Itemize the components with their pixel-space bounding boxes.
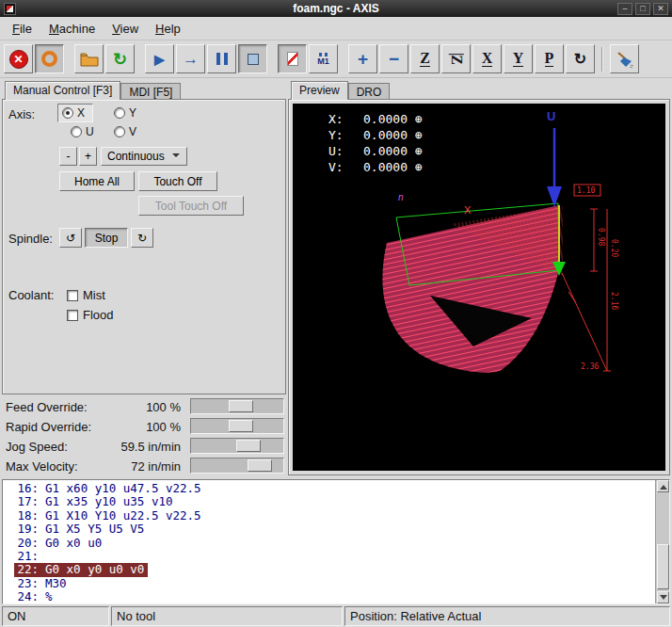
rapid-override-slider[interactable] xyxy=(190,418,284,434)
clear-plot-button[interactable] xyxy=(610,44,639,73)
zoom-out-icon: − xyxy=(389,50,399,68)
titlebar: foam.ngc - AXIS – □ ✕ xyxy=(0,0,672,17)
right-tabs: Preview DRO xyxy=(288,80,670,99)
axis-y-label: Y xyxy=(129,106,136,120)
menu-file-label: ile xyxy=(20,22,32,36)
zoom-out-button[interactable]: − xyxy=(379,44,408,73)
home-all-button[interactable]: Home All xyxy=(59,171,135,191)
gcode-line-number: 23: xyxy=(14,577,39,590)
jog-speed-slider[interactable] xyxy=(190,438,284,454)
pause-icon xyxy=(216,53,228,65)
spindle-ccw-button[interactable]: ↺ xyxy=(59,228,82,248)
zoom-in-button[interactable]: + xyxy=(348,44,377,73)
flood-checkbox[interactable]: Flood xyxy=(67,308,114,322)
slider-handle[interactable] xyxy=(229,420,253,432)
rotate-view-icon: ↻ xyxy=(574,52,586,67)
open-file-icon xyxy=(80,52,99,67)
run-button[interactable]: ▶ xyxy=(145,44,174,73)
gcode-line-active[interactable]: 22:G0 x0 y0 u0 v0 xyxy=(3,563,654,576)
axis-x-label: X xyxy=(77,106,85,120)
slider-handle[interactable] xyxy=(229,400,253,412)
menu-file[interactable]: File xyxy=(4,19,40,39)
stop-button[interactable] xyxy=(238,44,267,73)
gcode-line[interactable]: 17:G1 x35 y10 u35 v10 xyxy=(3,495,654,508)
machine-power-icon xyxy=(41,51,57,67)
gcode-line[interactable]: 16:G1 x60 y10 u47.5 v22.5 xyxy=(3,482,654,495)
position-mode-status: Position: Relative Actual xyxy=(344,606,670,626)
axis-radio-u[interactable]: U xyxy=(71,125,94,138)
touch-off-button[interactable]: Touch Off xyxy=(138,171,217,191)
spindle-stop-button[interactable]: Stop xyxy=(85,228,128,248)
left-tabs: Manual Control [F3] MDI [F5] xyxy=(2,80,286,99)
axis-u-label: U xyxy=(86,125,94,138)
mist-checkbox[interactable]: Mist xyxy=(67,288,105,302)
dro-axis-value: 0.0000 xyxy=(349,144,408,158)
skip-lines-button[interactable] xyxy=(278,44,307,73)
axis-radio-v[interactable]: V xyxy=(114,125,136,138)
u-axis-label: U xyxy=(547,109,555,123)
view-z-button[interactable]: Z xyxy=(410,44,440,73)
gcode-line[interactable]: 18:G1 X10 Y10 u22.5 v22.5 xyxy=(3,509,654,522)
optional-pause-icon: M1 xyxy=(317,53,329,66)
axis-label: Axis: xyxy=(8,107,35,121)
view-y-button[interactable]: Y xyxy=(504,44,533,73)
menu-help[interactable]: Help xyxy=(147,19,189,39)
gcode-line-text: % xyxy=(45,589,53,603)
scroll-up-icon[interactable] xyxy=(657,480,669,492)
view-perspective-icon: P xyxy=(545,51,554,67)
view-x-button[interactable]: X xyxy=(472,44,502,73)
menu-view[interactable]: View xyxy=(104,19,147,39)
gcode-line-number: 22: xyxy=(14,563,39,576)
optional-pause-button[interactable]: M1 xyxy=(309,44,338,73)
tab-preview[interactable]: Preview xyxy=(291,81,348,100)
tab-mdi[interactable]: MDI [F5] xyxy=(120,83,181,99)
jog-plus-button[interactable]: + xyxy=(79,147,97,166)
rotate-view-button[interactable]: ↻ xyxy=(566,44,595,73)
maximize-button[interactable]: □ xyxy=(635,3,650,15)
view-perspective-button[interactable]: P xyxy=(535,44,564,73)
feed-override-slider[interactable] xyxy=(190,398,284,414)
max-velocity-value: 72 in/min xyxy=(58,459,181,474)
dim-label: 0.98 xyxy=(597,228,605,246)
radio-indicator xyxy=(62,107,73,119)
gcode-scrollbar[interactable] xyxy=(655,480,669,603)
flood-label: Flood xyxy=(83,308,114,322)
gcode-lines: 16:G1 x60 y10 u47.5 v22.5 17:G1 x35 y10 … xyxy=(3,482,654,604)
slider-handle[interactable] xyxy=(248,459,272,472)
estop-button[interactable]: ✕ xyxy=(4,44,33,73)
close-button[interactable]: ✕ xyxy=(653,3,668,15)
gcode-line[interactable]: 23:M30 xyxy=(3,577,654,590)
scrollbar-thumb[interactable] xyxy=(657,544,669,589)
pause-button[interactable] xyxy=(207,44,236,73)
slider-handle[interactable] xyxy=(236,440,261,452)
view-z-rotated-button[interactable]: Z xyxy=(441,44,471,73)
spindle-cw-button[interactable]: ↻ xyxy=(131,228,153,248)
stop-icon xyxy=(248,54,259,65)
gcode-line[interactable]: 20:G0 x0 u0 xyxy=(3,537,654,550)
axis-radio-y[interactable]: Y xyxy=(114,106,136,120)
menu-help-label: elp xyxy=(164,22,180,36)
gcode-line-text: G1 X10 Y10 u22.5 v22.5 xyxy=(45,508,201,522)
menu-machine[interactable]: Machine xyxy=(40,19,104,39)
axis-radio-x[interactable]: X xyxy=(57,104,93,122)
x-axis-label: X xyxy=(464,204,472,216)
max-velocity-slider[interactable] xyxy=(190,458,284,474)
tab-dro[interactable]: DRO xyxy=(348,83,391,99)
reload-button[interactable]: ↻ xyxy=(105,44,135,73)
preview-canvas[interactable]: U X n xyxy=(293,104,665,471)
menu-view-accel: V xyxy=(112,22,120,36)
tab-manual-control[interactable]: Manual Control [F3] xyxy=(5,81,120,100)
scroll-down-icon[interactable] xyxy=(657,591,669,603)
gcode-line[interactable]: 21: xyxy=(3,550,654,563)
open-file-button[interactable] xyxy=(74,44,104,73)
step-button[interactable]: → xyxy=(176,44,205,73)
gcode-line-number: 18: xyxy=(14,509,39,522)
axis-v-label: V xyxy=(129,125,136,138)
jog-minus-button[interactable]: - xyxy=(59,147,77,166)
tool-status: No tool xyxy=(111,606,343,626)
minimize-button[interactable]: – xyxy=(617,3,632,15)
jog-increment-dropdown[interactable]: Continuous xyxy=(101,147,187,166)
gcode-line[interactable]: 19:G1 X5 Y5 U5 V5 xyxy=(3,522,654,536)
machine-power-button[interactable] xyxy=(35,44,64,73)
gcode-line[interactable]: 24:% xyxy=(3,590,654,603)
